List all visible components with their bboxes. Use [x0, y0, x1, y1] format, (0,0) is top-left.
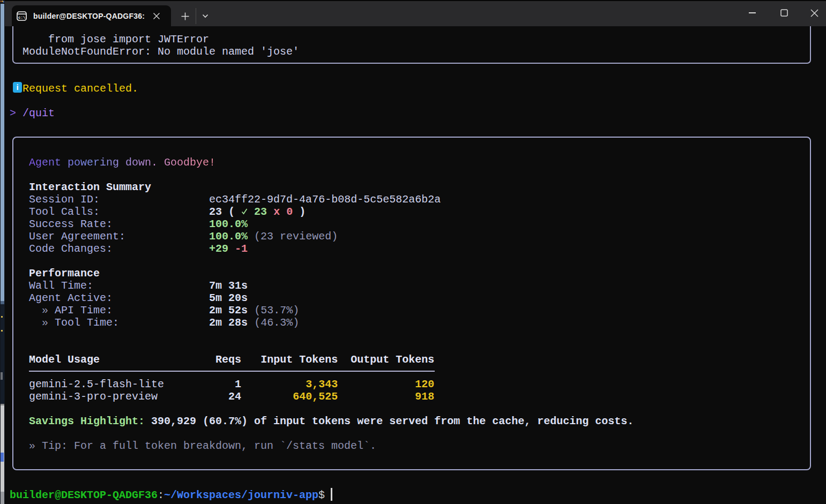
svg-text:c:\: c:\ — [18, 16, 26, 20]
